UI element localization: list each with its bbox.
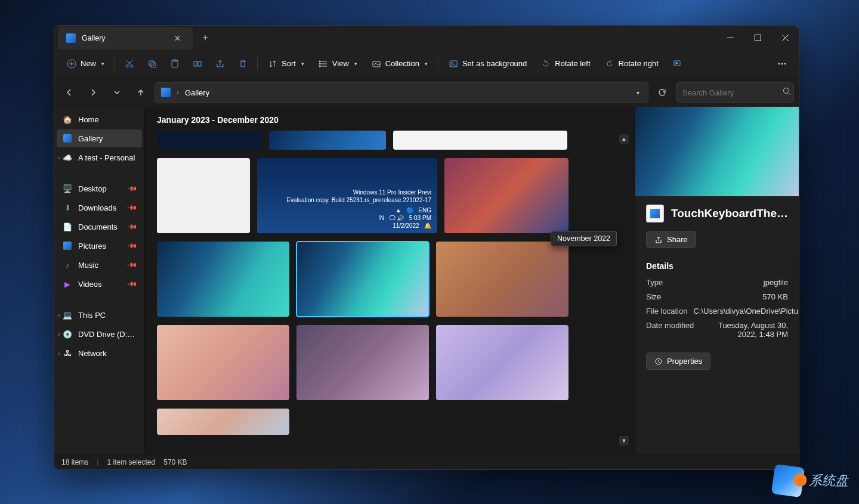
tooltip: November 2022 [551, 231, 617, 246]
paste-button[interactable] [164, 54, 186, 74]
sidebar-item-onedrive[interactable]: ›☁️A test - Personal [57, 149, 142, 166]
rotate-right-button[interactable]: Rotate right [598, 54, 665, 74]
cut-button[interactable] [119, 54, 140, 74]
view-button[interactable]: View▾ [312, 54, 364, 74]
maximize-button[interactable] [744, 26, 771, 50]
more-button[interactable] [771, 54, 793, 74]
gallery-icon [63, 134, 72, 143]
sidebar-item-network[interactable]: ›🖧Network [57, 344, 142, 362]
svg-line-30 [789, 93, 790, 95]
set-background-button[interactable]: Set as background [442, 54, 533, 74]
scroll-down-button[interactable]: ▼ [619, 436, 629, 446]
search-input[interactable] [682, 88, 783, 97]
thumbnail[interactable] [157, 325, 289, 400]
copy-icon [147, 59, 157, 69]
sidebar-item-documents[interactable]: 📄Documents📌 [57, 218, 142, 236]
plus-circle-icon [67, 59, 76, 69]
network-icon: 🖧 [63, 348, 72, 358]
sidebar-item-label: Pictures [78, 242, 106, 251]
recent-button[interactable] [107, 82, 127, 103]
tab-gallery[interactable]: Gallery ✕ [58, 27, 193, 50]
sort-button[interactable]: Sort▾ [261, 54, 311, 74]
share-button[interactable]: Share [646, 231, 696, 248]
chevron-down-icon: ▾ [354, 61, 357, 67]
thumbnail-selected[interactable] [296, 242, 429, 317]
watermark: 系统盘 [773, 466, 848, 496]
new-button[interactable]: New▾ [60, 54, 111, 74]
collection-icon [372, 59, 381, 69]
addressbar[interactable]: › Gallery ▾ [155, 82, 648, 103]
properties-button[interactable]: Properties [646, 353, 710, 370]
sidebar-item-videos[interactable]: ▶Videos📌 [57, 275, 142, 293]
chevron-right-icon[interactable]: › [55, 350, 63, 357]
videos-icon: ▶ [63, 279, 72, 289]
breadcrumb-item[interactable]: Gallery [185, 88, 209, 97]
close-window-button[interactable] [771, 26, 799, 50]
sidebar: 🏠Home Gallery ›☁️A test - Personal 🖥️Des… [54, 107, 145, 454]
watermark-text: 系统盘 [809, 472, 848, 490]
trash-icon [238, 59, 248, 69]
sidebar-item-thispc[interactable]: ›💻This PC [57, 306, 142, 324]
svg-rect-1 [755, 35, 761, 41]
chevron-down-icon: ▾ [101, 61, 104, 67]
svg-rect-11 [149, 61, 154, 66]
sidebar-item-label: Home [78, 115, 99, 124]
preview-image [635, 107, 799, 196]
pin-icon: 📌 [126, 221, 137, 232]
delete-button[interactable] [232, 54, 254, 74]
search-box[interactable] [676, 82, 794, 103]
thumbnail[interactable] [157, 242, 289, 317]
navbar: › Gallery ▾ [54, 78, 799, 107]
close-tab-button[interactable]: ✕ [171, 32, 184, 45]
up-button[interactable] [131, 82, 151, 103]
sidebar-item-desktop[interactable]: 🖥️Desktop📌 [57, 180, 142, 197]
sidebar-item-label: This PC [78, 311, 106, 320]
chevron-right-icon[interactable]: › [55, 312, 63, 319]
sidebar-item-label: Downloads [78, 203, 116, 212]
pin-icon: 📌 [126, 183, 137, 194]
thumbnail[interactable] [444, 158, 568, 233]
scroll-up-button[interactable]: ▲ [619, 134, 629, 144]
wallpaper-icon [449, 59, 458, 69]
sidebar-item-dvd[interactable]: ›💿DVD Drive (D:) CCC [57, 325, 142, 343]
chevron-right-icon[interactable]: › [55, 331, 63, 338]
sidebar-item-gallery[interactable]: Gallery [57, 129, 142, 147]
status-item-count: 18 items [61, 458, 88, 466]
svg-point-22 [319, 66, 320, 67]
detail-value-modified: Tuesday, August 30, 2022, 1:48 PM [700, 321, 788, 339]
thumbnail[interactable] [436, 325, 568, 400]
svg-point-26 [778, 63, 780, 64]
refresh-button[interactable] [652, 82, 672, 103]
minimize-button[interactable] [716, 26, 744, 50]
thumbnail[interactable] [296, 325, 429, 400]
disc-icon: 💿 [63, 329, 72, 339]
share-button[interactable] [209, 54, 231, 74]
collection-button[interactable]: Collection▾ [365, 54, 434, 74]
thumbnail[interactable] [157, 158, 250, 233]
thumbnail[interactable] [157, 409, 289, 435]
clipboard-icon [170, 59, 180, 69]
sidebar-item-label: Desktop [78, 184, 107, 193]
back-button[interactable] [59, 82, 79, 103]
forward-button[interactable] [83, 82, 103, 103]
copy-button[interactable] [141, 54, 163, 74]
detail-key-location: File location [646, 307, 687, 316]
thumbnail[interactable] [393, 131, 567, 150]
sidebar-item-home[interactable]: 🏠Home [57, 110, 142, 128]
sidebar-item-music[interactable]: ♪Music📌 [57, 256, 142, 274]
slideshow-button[interactable] [666, 54, 688, 74]
set-background-label: Set as background [462, 59, 527, 68]
new-tab-button[interactable]: ＋ [193, 26, 218, 50]
chevron-right-icon[interactable]: › [55, 154, 63, 161]
chevron-down-icon[interactable]: ▾ [634, 87, 642, 98]
rotate-right-label: Rotate right [619, 59, 659, 68]
thumbnail[interactable] [269, 131, 386, 150]
thumbnail[interactable] [436, 242, 568, 317]
sidebar-item-downloads[interactable]: ⬇Downloads📌 [57, 199, 142, 217]
rotate-left-button[interactable]: Rotate left [534, 54, 597, 74]
thumbnail[interactable] [157, 131, 262, 150]
rename-button[interactable] [187, 54, 208, 74]
collection-label: Collection [385, 59, 419, 68]
sidebar-item-pictures[interactable]: Pictures📌 [57, 237, 142, 255]
thumbnail[interactable]: Windows 11 Pro Insider PreviEvaluation c… [257, 158, 437, 233]
